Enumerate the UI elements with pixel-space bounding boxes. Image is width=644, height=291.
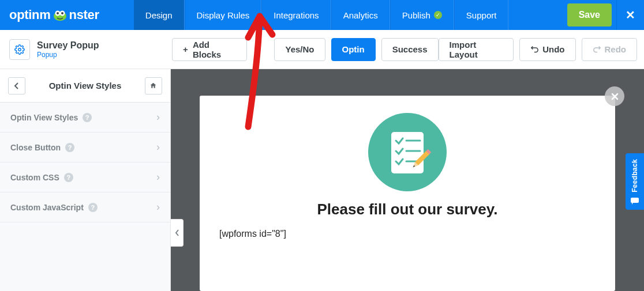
popup-hero-icon-wrap [219, 112, 596, 192]
sidebar-item-optin-view-styles[interactable]: Optin View Styles ? › [0, 103, 170, 133]
view-success-button[interactable]: Success [381, 38, 439, 61]
svg-point-3 [57, 12, 59, 14]
campaign-title: Survey Popup [37, 40, 99, 51]
preview-canvas: Please fill out our survey. [wpforms id=… [171, 69, 644, 291]
settings-sidebar: Optin View Styles Optin View Styles ? › … [0, 69, 171, 291]
help-icon[interactable]: ? [65, 143, 74, 152]
sidebar-home-button[interactable] [145, 77, 162, 95]
top-tabs: Design Display Rules Integrations Analyt… [134, 0, 509, 30]
help-icon[interactable]: ? [83, 113, 92, 122]
campaign-type[interactable]: Popup [37, 51, 99, 59]
main-area: Optin View Styles Optin View Styles ? › … [0, 69, 644, 291]
sidebar-back-button[interactable] [8, 77, 25, 95]
help-icon[interactable]: ? [64, 173, 73, 182]
popup-heading[interactable]: Please fill out our survey. [219, 201, 596, 218]
logo-text-1: optinm [9, 7, 51, 22]
feedback-label: Feedback [631, 159, 639, 192]
monster-icon [52, 9, 68, 21]
sidebar-item-label: Optin View Styles ? [10, 113, 92, 122]
campaign-title-block: Survey Popup Popup [9, 39, 167, 60]
tab-support[interactable]: Support [454, 0, 509, 30]
popup-shortcode[interactable]: [wpforms id="8"] [219, 229, 596, 239]
plus-icon: + [183, 44, 188, 54]
toolbar: Survey Popup Popup + Add Blocks Yes/No O… [0, 30, 644, 69]
svg-point-4 [61, 12, 63, 14]
svg-point-5 [18, 48, 21, 51]
close-icon [611, 92, 619, 101]
close-builder-button[interactable]: ✕ [616, 0, 644, 30]
sidebar-header: Optin View Styles [0, 69, 170, 103]
top-navigation: optinm nster Design Display Rules Integr… [0, 0, 644, 30]
sidebar-item-label: Custom CSS ? [10, 173, 73, 182]
view-optin-button[interactable]: Optin [331, 38, 376, 61]
tab-design[interactable]: Design [134, 0, 185, 30]
logo: optinm nster [9, 7, 99, 22]
redo-icon [593, 45, 601, 54]
sidebar-item-label: Custom JavaScript ? [10, 203, 98, 212]
add-blocks-button[interactable]: + Add Blocks [172, 38, 247, 61]
chevron-right-icon: › [156, 171, 160, 183]
chevron-right-icon: › [156, 111, 160, 123]
svg-rect-7 [391, 132, 424, 173]
home-icon [149, 82, 157, 89]
chevron-left-icon [175, 229, 179, 236]
check-icon: ✓ [434, 11, 442, 19]
tab-publish[interactable]: Publish ✓ [390, 0, 454, 30]
chevron-right-icon: › [156, 141, 160, 153]
sidebar-title: Optin View Styles [49, 81, 122, 90]
tab-analytics[interactable]: Analytics [331, 0, 390, 30]
sidebar-item-custom-javascript[interactable]: Custom JavaScript ? › [0, 192, 170, 222]
undo-icon [530, 45, 539, 54]
import-layout-button[interactable]: Import Layout [439, 38, 514, 61]
popup-close-button[interactable] [605, 86, 624, 106]
sidebar-item-label: Close Button ? [10, 143, 74, 152]
close-icon: ✕ [626, 8, 635, 22]
sidebar-item-custom-css[interactable]: Custom CSS ? › [0, 162, 170, 192]
tab-integrations[interactable]: Integrations [261, 0, 331, 30]
save-button[interactable]: Save [567, 3, 612, 27]
redo-button[interactable]: Redo [582, 38, 638, 61]
feedback-tab[interactable]: Feedback [626, 153, 644, 210]
survey-checklist-icon [367, 112, 448, 192]
chevron-right-icon: › [156, 201, 160, 213]
undo-button[interactable]: Undo [519, 38, 575, 61]
top-right-actions: Save ✕ [563, 0, 644, 30]
view-yesno-button[interactable]: Yes/No [274, 38, 325, 61]
logo-text-2: nster [69, 7, 99, 22]
chevron-left-icon [14, 82, 20, 89]
help-icon[interactable]: ? [88, 203, 98, 212]
popup-preview[interactable]: Please fill out our survey. [wpforms id=… [200, 96, 615, 291]
svg-rect-15 [631, 198, 639, 203]
tab-display-rules[interactable]: Display Rules [185, 0, 262, 30]
collapse-sidebar-button[interactable] [171, 219, 184, 247]
campaign-settings-button[interactable] [9, 39, 30, 60]
sidebar-item-close-button[interactable]: Close Button ? › [0, 133, 170, 162]
gear-icon [14, 44, 25, 55]
chat-icon [630, 197, 639, 205]
